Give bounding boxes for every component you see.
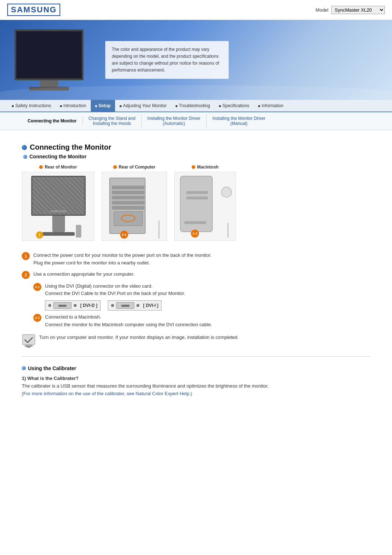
- main-nav: ■ Safety Instructions ■ Introduction ■ S…: [0, 100, 392, 112]
- sub-nav-changing[interactable]: Changing the Stand and Installing the Ho…: [83, 114, 142, 127]
- rear-computer-label: Rear of Computer: [119, 165, 155, 170]
- step-2-badge: 2: [22, 271, 30, 279]
- steps-list: 1 Connect the power cord for your monito…: [22, 252, 370, 348]
- hero-monitor-illustration: [15, 29, 83, 90]
- rear-monitor-dot: [39, 165, 43, 169]
- dvi-i-connector: ▦▦▦▦ [ DVI-I ]: [108, 300, 162, 311]
- sub-nav: Connecting the Monitor Changing the Stan…: [0, 112, 392, 130]
- step-2-1-badge: 2-1: [33, 283, 41, 291]
- samsung-logo: SAMSUNG: [7, 4, 60, 16]
- step-2-1-text: Using the DVI (Digital) connector on the…: [45, 283, 185, 298]
- dvi-d-label: [ DVI-D ]: [80, 303, 97, 308]
- dvi-d-side-dot-1: [48, 304, 51, 307]
- diagrams-area: Rear of Monitor SAMSUNG 1 Rear of Comput…: [22, 165, 370, 244]
- sub-nav-installing-auto[interactable]: Installing the Monitor Driver (Automatic…: [142, 114, 207, 127]
- dvi-d-connector: ▦▦▦▦ [ DVI-D ]: [45, 300, 101, 311]
- diagram-macintosh: Macintosh 2-2: [174, 165, 236, 241]
- rear-computer-img: 2-1: [102, 172, 167, 241]
- nav-item-troubleshooting[interactable]: ■ Troubleshooting: [171, 100, 215, 112]
- dvi-i-label: [ DVI-I ]: [143, 303, 158, 308]
- calibrater-title-wrap: Using the Calibrater: [22, 365, 370, 371]
- section-divider: [22, 356, 370, 357]
- step-2-2-container: 2-2 Connected to a Macintosh. Connect th…: [22, 313, 370, 329]
- dvi-d-side-dot-2: [74, 304, 77, 307]
- calibrater-dot: [22, 366, 26, 370]
- dvi-i-side-dot-2: [136, 304, 139, 307]
- dvi-i-side-dot-1: [111, 304, 114, 307]
- nav-item-setup[interactable]: ■ Setup: [91, 100, 115, 112]
- hero-banner: The color and appearance of the product …: [0, 20, 392, 100]
- nav-item-adjusting[interactable]: ■ Adjusting Your Monitor: [115, 100, 171, 112]
- step-1-text: Connect the power cord for your monitor …: [33, 252, 212, 267]
- sub-section-title-wrap: Connecting the Monitor: [22, 154, 370, 159]
- diagram-rear-monitor: Rear of Monitor SAMSUNG 1: [22, 165, 94, 241]
- step-2-1-row: 2-1 Using the DVI (Digital) connector on…: [33, 283, 370, 298]
- macintosh-dot: [192, 165, 195, 169]
- diagram-rear-computer: Rear of Computer 2-1: [102, 165, 167, 241]
- step-1-row: 1 Connect the power cord for your monito…: [22, 252, 370, 267]
- main-content: Connecting the Monitor Connecting the Mo…: [0, 130, 392, 405]
- dvi-i-icon: ▦▦▦▦: [116, 302, 134, 309]
- model-label: Model: [316, 7, 328, 13]
- step-2-1-container: 2-1 Using the DVI (Digital) connector on…: [22, 283, 370, 311]
- macintosh-label: Macintosh: [197, 165, 219, 170]
- calibrater-q1-link[interactable]: (For more information on the use of the …: [22, 390, 370, 398]
- sub-nav-installing-manual[interactable]: Installing the Monitor Driver (Manual): [207, 114, 271, 127]
- section-title-wrap: Connecting the Monitor: [22, 143, 370, 151]
- step-2-2-row: 2-2 Connected to a Macintosh. Connect th…: [33, 313, 370, 329]
- step-1-badge: 1: [22, 252, 30, 260]
- macintosh-img: 2-2: [174, 172, 236, 241]
- rear-monitor-img: SAMSUNG 1: [22, 172, 94, 241]
- calibrater-q1-title: 1) What is the Calibrater?: [22, 376, 370, 381]
- step-2-row: 2 Use a connection appropriate for your …: [22, 271, 370, 279]
- calibrater-q1-text: The calibrater is a USB sensor that meas…: [22, 382, 370, 390]
- nav-item-information[interactable]: ■ Information: [254, 100, 288, 112]
- check-icon: [22, 334, 36, 348]
- calibrater-title: Using the Calibrater: [28, 365, 76, 371]
- svg-rect-0: [23, 335, 35, 345]
- step-2-2-text: Connected to a Macintosh. Connect the mo…: [45, 313, 212, 329]
- section-dot: [22, 145, 27, 150]
- dvi-connectors: ▦▦▦▦ [ DVI-D ] ▦▦▦▦ [ DVI-I ]: [45, 300, 370, 311]
- nav-item-safety[interactable]: ■ Safety Instructions: [7, 100, 56, 112]
- sub-section-dot: [23, 155, 27, 159]
- svg-rect-2: [27, 346, 30, 348]
- rear-computer-dot: [113, 165, 117, 169]
- dvi-d-icon: ▦▦▦▦: [53, 302, 72, 309]
- final-step-row: Turn on your computer and monitor. If yo…: [22, 334, 370, 348]
- hero-disclaimer: The color and appearance of the product …: [105, 41, 229, 79]
- model-select[interactable]: SyncMaster XL20 SyncMaster XL30: [331, 6, 385, 14]
- final-step-text: Turn on your computer and monitor. If yo…: [39, 334, 238, 341]
- step-2-2-badge: 2-2: [33, 314, 41, 322]
- header: SAMSUNG Model SyncMaster XL20 SyncMaster…: [0, 0, 392, 20]
- rear-monitor-label: Rear of Monitor: [45, 165, 77, 170]
- sub-nav-connecting[interactable]: Connecting the Monitor: [22, 117, 83, 125]
- model-area: Model SyncMaster XL20 SyncMaster XL30: [316, 6, 385, 14]
- nav-item-specifications[interactable]: ■ Specifications: [215, 100, 254, 112]
- step-2-text: Use a connection appropriate for your co…: [33, 271, 134, 278]
- sub-section-title: Connecting the Monitor: [29, 154, 86, 159]
- calibrater-section: Using the Calibrater 1) What is the Cali…: [22, 365, 370, 398]
- nav-item-introduction[interactable]: ■ Introduction: [56, 100, 91, 112]
- section-title: Connecting the Monitor: [30, 143, 111, 151]
